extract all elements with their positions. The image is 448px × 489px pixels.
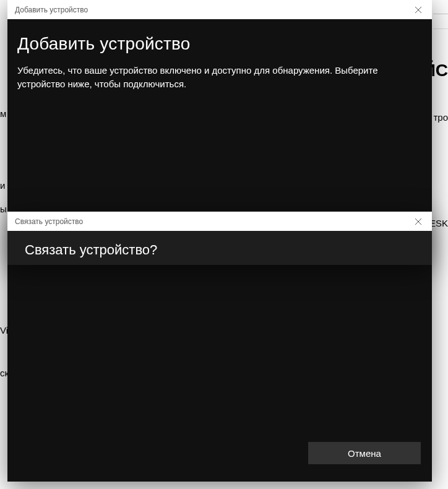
dialog-instructions: Убедитесь, что ваше устройство включено … bbox=[17, 64, 422, 91]
close-icon bbox=[415, 4, 421, 15]
dialog-heading: Добавить устройство bbox=[17, 34, 422, 54]
dialog-window-title: Добавить устройство bbox=[15, 6, 88, 14]
bg-text-fragment: ESK bbox=[429, 218, 448, 228]
bg-text-fragment: и bbox=[0, 180, 5, 191]
close-button[interactable] bbox=[404, 212, 432, 231]
close-icon bbox=[415, 216, 421, 227]
pair-device-dialog: Связать устройство Связать устройство? bbox=[7, 211, 432, 265]
dialog-titlebar: Добавить устройство bbox=[7, 0, 432, 19]
cancel-button[interactable]: Отмена bbox=[308, 442, 421, 464]
close-button[interactable] bbox=[404, 0, 432, 19]
bg-window-edge bbox=[433, 14, 448, 28]
dialog-body: Связать устройство? bbox=[7, 231, 432, 258]
bg-window-edge bbox=[433, 28, 448, 29]
bg-text-fragment: тро bbox=[433, 112, 448, 123]
dialog-titlebar: Связать устройство bbox=[7, 212, 432, 231]
dialog-window-title: Связать устройство bbox=[15, 217, 83, 226]
bg-text-fragment: м bbox=[0, 108, 6, 119]
bg-text-fragment: ы bbox=[0, 204, 7, 214]
dialog-heading: Связать устройство? bbox=[25, 242, 415, 258]
